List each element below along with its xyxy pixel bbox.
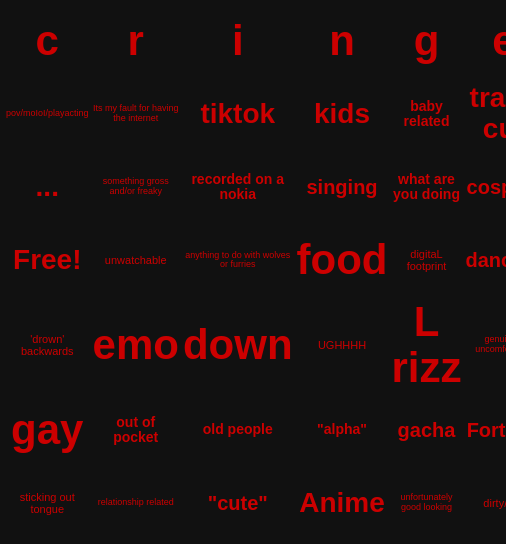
cell-r4c5: digitaL footprint [390, 224, 464, 297]
cell-r3c3: recorded on a nokia [181, 151, 295, 224]
cell-r7c4: Anime [295, 467, 390, 540]
cell-c4: n [295, 4, 390, 77]
cell-r7c1: sticking out tongue [4, 467, 91, 540]
cell-r6c1: gay [4, 393, 91, 466]
cell-r5c5: L rizz [390, 297, 464, 393]
cell-r4c1: Free! [4, 224, 91, 297]
cell-r4c3: anything to do with wolves or furries [181, 224, 295, 297]
cell-r5c4: UGHHHH [295, 297, 390, 393]
cell-r5c1: 'drown' backwards [4, 297, 91, 393]
cell-r6c4: "alpha" [295, 393, 390, 466]
cell-r5c3: down [181, 297, 295, 393]
cell-c1: c [4, 4, 91, 77]
cell-c6: e [464, 4, 506, 77]
cell-c3: i [181, 4, 295, 77]
cell-c2: r [91, 4, 181, 77]
cell-r6c2: out of pocket [91, 393, 181, 466]
cell-r3c5: what are you doing [390, 151, 464, 224]
cell-r2c4: kids [295, 77, 390, 150]
cell-r6c3: old people [181, 393, 295, 466]
cell-r5c2: emo [91, 297, 181, 393]
cell-r5c6: genuinely uncomfortable [464, 297, 506, 393]
cell-r7c2: relationship related [91, 467, 181, 540]
bingo-grid: cringepov/moIoI/playactingIts my fault f… [0, 0, 506, 544]
cell-r2c2: Its my fault for having the internet [91, 77, 181, 150]
cell-r3c1: ... [4, 151, 91, 224]
cell-r2c1: pov/moIoI/playacting [4, 77, 91, 150]
cell-r3c6: cosplay [464, 151, 506, 224]
cell-r3c2: something gross and/or freaky [91, 151, 181, 224]
cell-r2c3: tiktok [181, 77, 295, 150]
cell-r4c4: food [295, 224, 390, 297]
cell-r7c6: dirty/filth [464, 467, 506, 540]
cell-r7c5: unfortunately good looking [390, 467, 464, 540]
cell-r4c6: dancing [464, 224, 506, 297]
cell-r2c6: trash cut [464, 77, 506, 150]
cell-r6c6: Fortnite [464, 393, 506, 466]
cell-r4c2: unwatchable [91, 224, 181, 297]
cell-r7c3: "cute" [181, 467, 295, 540]
cell-r2c5: baby related [390, 77, 464, 150]
cell-r3c4: singing [295, 151, 390, 224]
cell-r6c5: gacha [390, 393, 464, 466]
cell-c5: g [390, 4, 464, 77]
